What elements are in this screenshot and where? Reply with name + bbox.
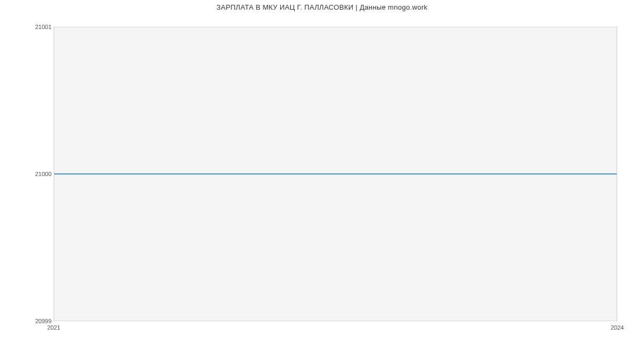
y-tick-20999: 20999 xyxy=(30,318,52,324)
grid-line-bottom xyxy=(54,320,617,321)
y-tick-21001: 21001 xyxy=(30,24,52,30)
grid-line-top xyxy=(54,27,617,28)
x-tick-2024: 2024 xyxy=(611,324,624,331)
chart-title: ЗАРПЛАТА В МКУ ИАЦ Г. ПАЛЛАСОВКИ | Данны… xyxy=(0,3,644,11)
plot-area xyxy=(54,27,617,321)
x-tick-2021: 2021 xyxy=(47,324,60,331)
y-tick-21000: 21000 xyxy=(30,171,52,177)
data-line xyxy=(54,173,617,174)
